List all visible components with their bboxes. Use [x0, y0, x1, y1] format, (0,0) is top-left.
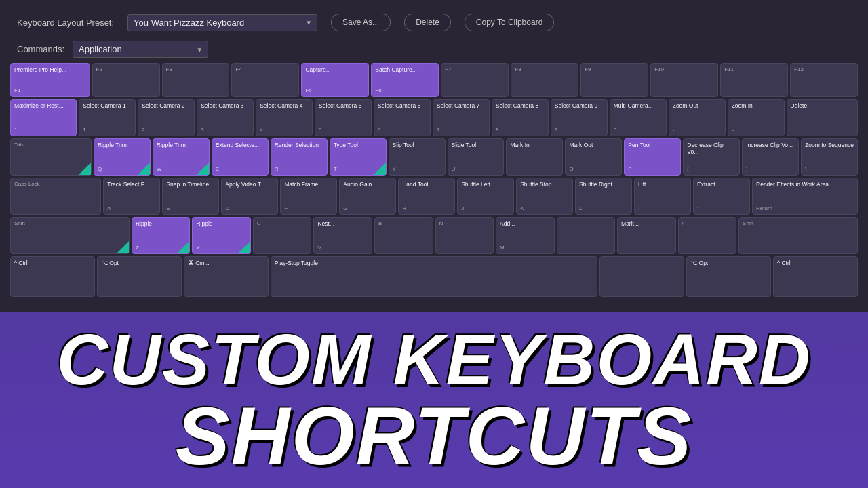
- key-a[interactable]: Track Select F... A: [103, 178, 160, 215]
- key-o[interactable]: Mark Out O: [565, 138, 622, 176]
- preset-dropdown-wrapper: You Want Pizzazz Keyboard ▼: [127, 14, 317, 31]
- key-ctrl-left[interactable]: ^ Ctrl: [10, 256, 95, 297]
- key-s[interactable]: Snap in Timeline S: [162, 178, 219, 215]
- key-return[interactable]: Render Effects in Work Area Return: [752, 178, 858, 215]
- save-as-button[interactable]: Save As...: [331, 14, 391, 31]
- key-6[interactable]: Select Camera 6 6: [374, 99, 431, 136]
- key-shift-right[interactable]: Shift: [738, 217, 858, 254]
- key-f1[interactable]: Premiere Pro Help... F1: [10, 63, 90, 97]
- key-h[interactable]: Hand Tool H: [398, 178, 455, 215]
- key-q[interactable]: Ripple Trim Q: [94, 138, 151, 176]
- key-empty-mod[interactable]: [599, 256, 684, 297]
- key-f12[interactable]: F12: [790, 63, 858, 97]
- fn-key-row: Premiere Pro Help... F1 F2 F3 F4 Capture…: [10, 63, 858, 97]
- commands-label: Commands:: [17, 44, 64, 54]
- preset-label: Keyboard Layout Preset:: [17, 18, 114, 28]
- key-f4[interactable]: F4: [231, 63, 299, 97]
- key-f6[interactable]: Batch Capture... F6: [371, 63, 439, 97]
- key-f[interactable]: Match Frame F: [280, 178, 337, 215]
- commands-row: Commands: Application ▼: [0, 38, 868, 63]
- key-maximize[interactable]: Maximize or Rest... `: [10, 99, 77, 136]
- key-f10[interactable]: F10: [650, 63, 718, 97]
- key-3[interactable]: Select Camera 3 3: [197, 99, 254, 136]
- key-9[interactable]: Select Camera 9 9: [551, 99, 608, 136]
- key-b[interactable]: B: [374, 217, 433, 254]
- tab-key-row: Tab Ripple Trim Q Ripple Trim W Extend S…: [10, 138, 858, 176]
- key-w[interactable]: Ripple Trim W: [153, 138, 210, 176]
- key-slash[interactable]: /: [678, 217, 737, 254]
- commands-dropdown-wrapper: Application ▼: [73, 41, 208, 58]
- key-l[interactable]: Shuttle Right L: [575, 178, 632, 215]
- key-delete[interactable]: Delete: [787, 99, 859, 136]
- key-c[interactable]: C: [253, 217, 312, 254]
- key-cmd[interactable]: ⌘ Cm...: [184, 256, 269, 297]
- overlay-line1: CUSTOM KEYBOARD: [56, 324, 811, 395]
- key-r[interactable]: Render Selection R: [271, 138, 328, 176]
- key-x[interactable]: Ripple X: [192, 217, 251, 254]
- key-opt-left[interactable]: ⌥ Opt: [97, 256, 182, 297]
- key-equals[interactable]: Zoom In =: [728, 99, 785, 136]
- key-4[interactable]: Select Camera 4 4: [256, 99, 313, 136]
- key-2[interactable]: Select Camera 2 2: [138, 99, 195, 136]
- key-minus[interactable]: Zoom Out -: [669, 99, 726, 136]
- key-k[interactable]: Shuttle Stop K: [516, 178, 573, 215]
- preset-dropdown[interactable]: You Want Pizzazz Keyboard: [127, 14, 317, 31]
- key-d[interactable]: Apply Video T... D: [221, 178, 278, 215]
- copy-clipboard-button[interactable]: Copy To Clipboard: [465, 14, 555, 31]
- top-bar: Keyboard Layout Preset: You Want Pizzazz…: [0, 0, 868, 38]
- key-v[interactable]: Nest... V: [313, 217, 372, 254]
- key-8[interactable]: Select Camera 8 8: [492, 99, 549, 136]
- key-i[interactable]: Mark In I: [506, 138, 563, 176]
- key-f2[interactable]: F2: [92, 63, 160, 97]
- key-f11[interactable]: F11: [720, 63, 788, 97]
- caps-key-row: Caps Lock Track Select F... A Snap in Ti…: [10, 178, 858, 215]
- delete-button[interactable]: Delete: [404, 14, 451, 31]
- key-p[interactable]: Pen Tool P: [624, 138, 681, 176]
- num-key-row: Maximize or Rest... ` Select Camera 1 1 …: [10, 99, 858, 136]
- key-opt-right[interactable]: ⌥ Opt: [686, 256, 771, 297]
- key-f5[interactable]: Capture... F5: [301, 63, 369, 97]
- key-5[interactable]: Select Camera 5 5: [315, 99, 372, 136]
- overlay-banner: CUSTOM KEYBOARD SHORTCUTS: [0, 312, 868, 488]
- key-quote[interactable]: Extract ': [693, 178, 750, 215]
- key-u[interactable]: Slide Tool U: [448, 138, 505, 176]
- key-g[interactable]: Audio Gain... G: [339, 178, 396, 215]
- key-e[interactable]: Extend Selecte... E: [212, 138, 269, 176]
- key-f7[interactable]: F7: [441, 63, 509, 97]
- key-period[interactable]: Mark... .: [617, 217, 676, 254]
- key-bracket-left[interactable]: Decrease Clip Vo... [: [683, 138, 740, 176]
- key-1[interactable]: Select Camera 1 1: [79, 99, 136, 136]
- key-j[interactable]: Shuttle Left J: [457, 178, 514, 215]
- shift-key-row: Shift Ripple Z Ripple X C Nest... V B N …: [10, 217, 858, 254]
- key-7[interactable]: Select Camera 7 7: [433, 99, 490, 136]
- commands-dropdown[interactable]: Application: [73, 41, 208, 58]
- key-f9[interactable]: F9: [580, 63, 648, 97]
- key-capslock[interactable]: Caps Lock: [10, 178, 101, 215]
- key-n[interactable]: N: [435, 217, 494, 254]
- key-ctrl-right[interactable]: ^ Ctrl: [773, 256, 858, 297]
- key-semicolon[interactable]: Lift ;: [634, 178, 691, 215]
- key-z[interactable]: Ripple Z: [132, 217, 191, 254]
- key-tab[interactable]: Tab: [10, 138, 92, 176]
- key-space[interactable]: Play-Stop Toggle: [271, 256, 597, 297]
- key-y[interactable]: Slip Tool Y: [389, 138, 446, 176]
- key-bracket-right[interactable]: Increase Clip Vo... ]: [742, 138, 799, 176]
- key-t[interactable]: Type Tool T: [330, 138, 387, 176]
- key-m[interactable]: Add... M: [496, 217, 555, 254]
- key-f3[interactable]: F3: [162, 63, 230, 97]
- keyboard-container: Premiere Pro Help... F1 F2 F3 F4 Capture…: [0, 63, 868, 297]
- key-shift-left[interactable]: Shift: [10, 217, 130, 254]
- modifier-key-row: ^ Ctrl ⌥ Opt ⌘ Cm... Play-Stop Toggle ⌥ …: [10, 256, 858, 297]
- key-0[interactable]: Multi-Camera... 0: [610, 99, 667, 136]
- key-backslash[interactable]: Zoom to Sequence \: [801, 138, 858, 176]
- key-f8[interactable]: F8: [511, 63, 578, 97]
- overlay-line2: SHORTCUTS: [56, 395, 811, 476]
- key-comma[interactable]: ,: [557, 217, 616, 254]
